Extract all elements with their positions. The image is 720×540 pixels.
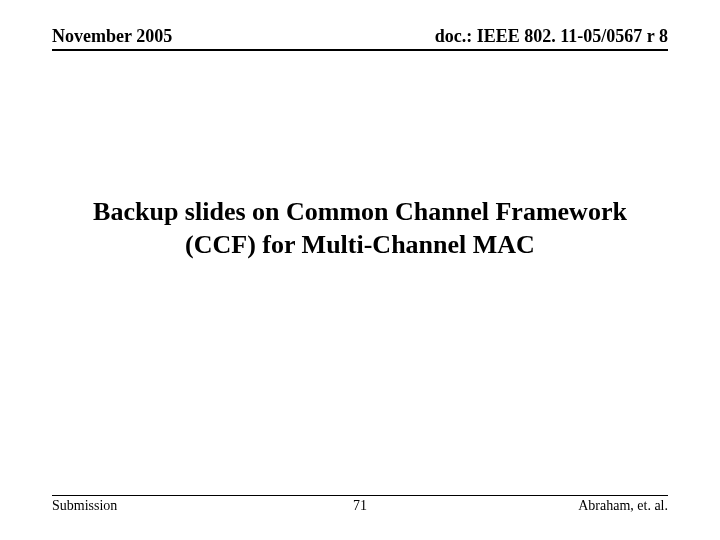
slide-header: November 2005 doc.: IEEE 802. 11-05/0567…: [52, 26, 668, 51]
footer-rule: [52, 495, 668, 496]
footer-author: Abraham, et. al.: [578, 498, 668, 514]
title-line-1: Backup slides on Common Channel Framewor…: [52, 196, 668, 229]
header-date: November 2005: [52, 26, 172, 47]
slide-title: Backup slides on Common Channel Framewor…: [52, 196, 668, 261]
slide-footer: Submission 71 Abraham, et. al.: [52, 495, 668, 514]
footer-left: Submission: [52, 498, 117, 514]
footer-page-number: 71: [52, 498, 668, 514]
slide: November 2005 doc.: IEEE 802. 11-05/0567…: [0, 0, 720, 540]
header-doc-ref: doc.: IEEE 802. 11-05/0567 r 8: [435, 26, 668, 47]
title-line-2: (CCF) for Multi-Channel MAC: [52, 229, 668, 262]
footer-row: Submission 71 Abraham, et. al.: [52, 498, 668, 514]
